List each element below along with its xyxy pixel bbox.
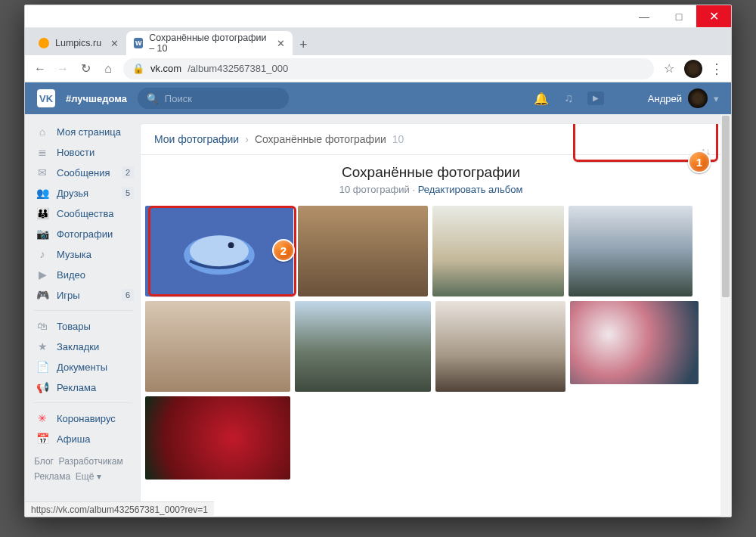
dot-separator: · [412,184,415,195]
sidebar-item-music[interactable]: ♪Музыка [33,244,140,264]
messages-icon: ✉ [36,166,49,178]
photo-thumbnail[interactable] [295,301,431,392]
breadcrumb-current: Сохранённые фотографии [255,133,386,145]
vk-hashtag[interactable]: #лучшедома [66,93,127,104]
bag-icon: 🛍 [36,320,49,332]
badge: 2 [122,166,134,178]
album-title: Сохранённые фотографии [141,164,721,181]
browser-tabstrip: Lumpics.ru ✕ W Сохранённые фотографии – … [25,28,731,55]
vertical-scrollbar[interactable] [720,114,731,517]
user-name: Андрей [648,93,682,104]
tab-close[interactable]: ✕ [110,38,119,49]
sidebar-item-photos[interactable]: 📷Фотографии [33,224,140,244]
status-url: https://vk.com/album432567381_000?rev=1 [31,504,208,515]
avatar [688,88,708,108]
new-tab-button[interactable]: + [293,34,314,55]
document-icon: 📄 [36,361,49,373]
notifications-icon[interactable]: 🔔 [533,92,550,106]
home-button[interactable]: ⌂ [101,62,116,76]
photo-thumbnail[interactable] [435,301,565,392]
sidebar-item-docs[interactable]: 📄Документы [33,357,140,377]
vk-logo[interactable]: VK [37,89,55,107]
sidebar-item-covid[interactable]: ✳Коронавирус [33,408,140,428]
url-path: /album432567381_000 [187,63,288,74]
sidebar-item-news[interactable]: ≣Новости [33,142,140,162]
browser-tab-lumpics[interactable]: Lumpics.ru ✕ [31,31,126,55]
window-close[interactable]: ✕ [696,5,731,27]
address-bar[interactable]: 🔒 vk.com/album432567381_000 [123,58,654,79]
svg-point-1 [190,235,249,267]
friends-icon: 👥 [36,187,49,199]
breadcrumb-root[interactable]: Мои фотографии [154,133,239,145]
sidebar-item-label: Закладки [57,341,99,352]
album-header: Сохранённые фотографии 10 фотографий · Р… [141,155,721,206]
footer-link-dev[interactable]: Разработчикам [59,456,123,467]
photo-grid: 2 [141,206,721,480]
scrollbar-thumb[interactable] [722,116,730,297]
sidebar-item-events[interactable]: 📅Афиша [33,429,140,449]
vk-header: VK #лучшедома 🔍 Поиск 🔔 ♫ ▶ Андрей ▾ [25,82,731,114]
bookmark-star-icon[interactable]: ☆ [662,61,677,76]
sidebar-item-market[interactable]: 🛍Товары [33,316,140,336]
photo-thumbnail[interactable] [298,206,428,296]
news-icon: ≣ [36,146,49,158]
profile-avatar[interactable] [684,60,702,78]
sidebar-item-friends[interactable]: 👥Друзья5 [33,183,140,203]
tab-label: Lumpics.ru [55,38,101,48]
sidebar-item-bookmarks[interactable]: ★Закладки [33,337,140,356]
sidebar-item-label: Афиша [57,433,90,445]
music-icon[interactable]: ♫ [560,92,577,105]
photo-thumbnail[interactable] [569,206,692,296]
window-minimize[interactable]: — [627,5,662,27]
tab-close[interactable]: ✕ [277,38,285,49]
reload-button[interactable]: ↻ [78,61,93,76]
window-maximize[interactable]: □ [662,5,696,27]
sidebar-item-label: Товары [57,321,91,332]
sidebar-item-groups[interactable]: 👪Сообщества [33,203,140,223]
sidebar-item-video[interactable]: ▶Видео [33,265,140,284]
photo-thumbnail[interactable] [432,206,564,296]
sidebar-item-profile[interactable]: ⌂Моя страница [33,122,140,141]
footer-link-blog[interactable]: Блог [34,456,54,467]
browser-window: — □ ✕ Lumpics.ru ✕ W Сохранённые фотогра… [24,5,732,517]
star-icon: ★ [36,340,49,352]
forward-button: → [55,62,70,76]
sidebar-item-games[interactable]: 🎮Игры6 [33,285,140,305]
sidebar-item-label: Музыка [57,249,91,260]
sidebar-nav: ⌂Моя страница ≣Новости ✉Сообщения2 👥Друз… [25,114,140,517]
sidebar-item-label: Моя страница [57,126,121,138]
photo-doodle [145,206,293,296]
browser-statusbar: https://vk.com/album432567381_000?rev=1 [25,501,214,517]
edit-album-link[interactable]: Редактировать альбом [418,184,523,195]
browser-toolbar: ← → ↻ ⌂ 🔒 vk.com/album432567381_000 ☆ ⋮ [25,55,731,82]
favicon-vk: W [134,38,143,48]
back-button[interactable]: ← [33,62,48,76]
sidebar-item-label: Игры [57,290,80,301]
search-input[interactable]: 🔍 Поиск [138,88,289,109]
album-count: 10 фотографий [339,184,410,195]
photo-thumbnail[interactable] [570,301,699,384]
photo-thumbnail[interactable] [145,301,290,392]
breadcrumb: Мои фотографии › Сохранённые фотографии … [141,124,721,155]
gamepad-icon: 🎮 [36,289,49,301]
footer-link-ads[interactable]: Реклама [34,471,70,482]
groups-icon: 👪 [36,207,49,219]
play-icon[interactable]: ▶ [587,92,604,105]
browser-menu-button[interactable]: ⋮ [710,61,723,77]
url-host: vk.com [150,63,181,74]
footer-link-more[interactable]: Ещё ▾ [76,471,101,482]
photo-thumbnail[interactable]: 2 [145,206,293,296]
main-area: Мои фотографии › Сохранённые фотографии … [140,114,731,517]
sidebar-item-ads[interactable]: 📢Реклама [33,377,140,397]
sidebar-item-messages[interactable]: ✉Сообщения2 [33,163,140,182]
photo-thumbnail[interactable] [145,396,290,480]
sort-order-button[interactable]: ↑↓ [701,145,711,157]
virus-icon: ✳ [36,412,49,424]
chevron-down-icon: ▾ [714,93,719,104]
user-menu[interactable]: Андрей ▾ [648,88,719,108]
browser-tab-vk[interactable]: W Сохранённые фотографии – 10 ✕ [126,31,293,55]
sidebar-item-label: Документы [57,362,107,373]
video-icon: ▶ [36,268,49,281]
sidebar-item-label: Реклама [57,382,96,393]
sidebar-footer: Блог Разработчикам Реклама Ещё ▾ [33,449,140,484]
